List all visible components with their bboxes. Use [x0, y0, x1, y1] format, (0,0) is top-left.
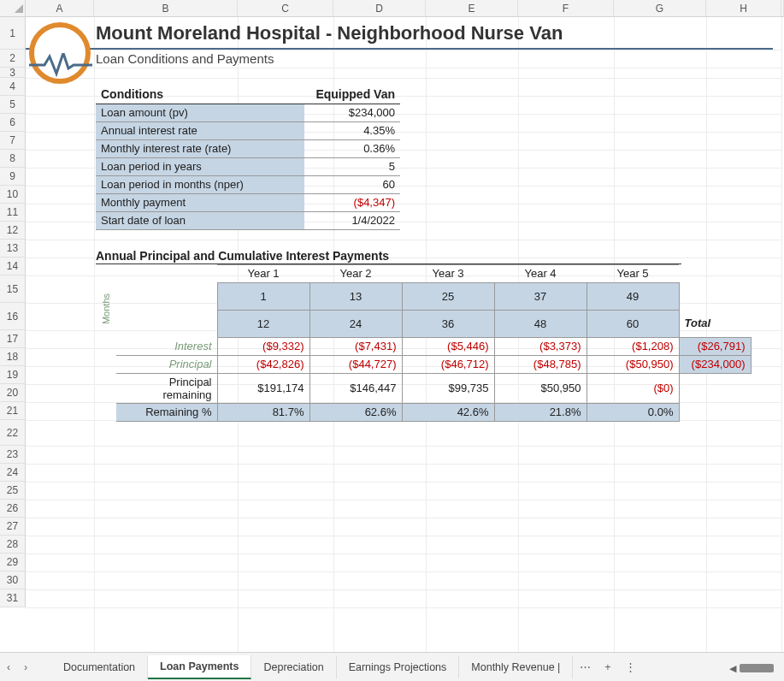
select-all-corner[interactable]: [0, 0, 26, 16]
row-header-22[interactable]: 22: [0, 420, 25, 446]
annual-data-cell[interactable]: $146,447: [309, 373, 402, 403]
annual-total-cell[interactable]: ($26,791): [679, 337, 751, 355]
row-header-15[interactable]: 15: [0, 275, 25, 303]
annual-data-cell[interactable]: ($46,712): [402, 355, 494, 373]
row-header-20[interactable]: 20: [0, 384, 25, 402]
row-header-12[interactable]: 12: [0, 222, 25, 240]
condition-value[interactable]: 4.35%: [304, 121, 400, 139]
row-header-19[interactable]: 19: [0, 366, 25, 384]
annual-data-cell[interactable]: $191,174: [217, 373, 309, 403]
sheet-tab[interactable]: Depreciation: [251, 656, 336, 678]
row-header-21[interactable]: 21: [0, 402, 25, 420]
annual-data-cell[interactable]: ($0): [587, 373, 679, 403]
year-header[interactable]: Year 3: [402, 264, 494, 282]
row-header-8[interactable]: 8: [0, 150, 25, 168]
annual-data-cell[interactable]: 21.8%: [494, 403, 587, 421]
month-cell[interactable]: 12: [217, 310, 309, 337]
row-header-31[interactable]: 31: [0, 589, 25, 607]
month-cell[interactable]: 49: [587, 282, 679, 310]
month-cell[interactable]: 25: [402, 282, 494, 310]
row-header-13[interactable]: 13: [0, 240, 25, 258]
month-cell[interactable]: 1: [217, 282, 309, 310]
col-header-C[interactable]: C: [238, 0, 333, 16]
row-header-5[interactable]: 5: [0, 96, 25, 114]
row-header-28[interactable]: 28: [0, 536, 25, 554]
annual-data-cell[interactable]: $50,950: [494, 373, 587, 403]
tabs-overflow-icon[interactable]: ⋯: [573, 660, 598, 673]
scroll-left-icon[interactable]: ◀: [729, 663, 736, 674]
month-cell[interactable]: 24: [309, 310, 402, 337]
col-header-B[interactable]: B: [94, 0, 238, 16]
year-header[interactable]: Year 5: [587, 264, 679, 282]
horizontal-scrollbar[interactable]: ◀: [729, 662, 779, 674]
row-header-17[interactable]: 17: [0, 330, 25, 348]
month-cell[interactable]: 60: [587, 310, 679, 337]
annual-data-cell[interactable]: ($44,727): [309, 355, 402, 373]
row-header-14[interactable]: 14: [0, 258, 25, 275]
condition-label[interactable]: Monthly interest rate (rate): [96, 139, 304, 157]
row-header-30[interactable]: 30: [0, 571, 25, 589]
annual-data-cell[interactable]: $99,735: [402, 373, 494, 403]
month-cell[interactable]: 13: [309, 282, 402, 310]
row-header-25[interactable]: 25: [0, 482, 25, 500]
col-header-E[interactable]: E: [426, 0, 518, 16]
annual-data-cell[interactable]: 0.0%: [587, 403, 679, 421]
row-header-26[interactable]: 26: [0, 500, 25, 518]
month-cell[interactable]: 48: [494, 310, 587, 337]
condition-label[interactable]: Monthly payment: [96, 193, 304, 211]
annual-row-label[interactable]: Principal: [116, 355, 217, 373]
annual-data-cell[interactable]: ($48,785): [494, 355, 587, 373]
row-header-29[interactable]: 29: [0, 554, 25, 571]
condition-value[interactable]: 0.36%: [304, 139, 400, 157]
annual-data-cell[interactable]: ($9,332): [217, 337, 309, 355]
year-header[interactable]: Year 4: [494, 264, 587, 282]
year-header[interactable]: Year 2: [309, 264, 402, 282]
col-header-G[interactable]: G: [614, 0, 706, 16]
row-header-23[interactable]: 23: [0, 446, 25, 464]
sheet-tab[interactable]: Monthly Revenue |: [459, 656, 573, 678]
tab-prev-icon[interactable]: ‹: [0, 661, 17, 673]
month-cell[interactable]: 37: [494, 282, 587, 310]
annual-data-cell[interactable]: ($42,826): [217, 355, 309, 373]
tab-next-icon[interactable]: ›: [17, 661, 34, 673]
spreadsheet-grid[interactable]: ABCDEFGH 1234567891011121314151617181920…: [0, 0, 784, 652]
condition-value[interactable]: 60: [304, 175, 400, 193]
annual-data-cell[interactable]: ($3,373): [494, 337, 587, 355]
sheet-tab[interactable]: Documentation: [51, 656, 148, 678]
condition-label[interactable]: Loan period in months (nper): [96, 175, 304, 193]
scrollbar-thumb[interactable]: [740, 664, 774, 672]
annual-data-cell[interactable]: ($7,431): [309, 337, 402, 355]
row-header-10[interactable]: 10: [0, 186, 25, 204]
month-cell[interactable]: 36: [402, 310, 494, 337]
col-header-A[interactable]: A: [26, 0, 94, 16]
condition-label[interactable]: Start date of loan: [96, 211, 304, 229]
annual-row-label[interactable]: Remaining %: [116, 403, 217, 421]
row-header-2[interactable]: 2: [0, 50, 25, 68]
row-header-3[interactable]: 3: [0, 68, 25, 78]
condition-value[interactable]: $234,000: [304, 104, 400, 121]
annual-data-cell[interactable]: ($50,950): [587, 355, 679, 373]
condition-value[interactable]: 1/4/2022: [304, 211, 400, 229]
row-header-6[interactable]: 6: [0, 114, 25, 132]
row-header-7[interactable]: 7: [0, 132, 25, 150]
col-header-F[interactable]: F: [518, 0, 614, 16]
new-sheet-icon[interactable]: +: [598, 661, 617, 673]
sheet-tab[interactable]: Earnings Projections: [337, 656, 460, 678]
col-header-H[interactable]: H: [706, 0, 781, 16]
condition-label[interactable]: Loan amount (pv): [96, 104, 304, 121]
annual-row-label[interactable]: Interest: [116, 337, 217, 355]
annual-data-cell[interactable]: 81.7%: [217, 403, 309, 421]
col-header-D[interactable]: D: [333, 0, 426, 16]
row-header-9[interactable]: 9: [0, 168, 25, 186]
sheet-tab[interactable]: Loan Payments: [148, 655, 251, 679]
annual-data-cell[interactable]: ($5,446): [402, 337, 494, 355]
year-header[interactable]: Year 1: [217, 264, 309, 282]
row-header-18[interactable]: 18: [0, 348, 25, 366]
condition-value[interactable]: ($4,347): [304, 193, 400, 211]
row-header-16[interactable]: 16: [0, 303, 25, 330]
row-header-24[interactable]: 24: [0, 464, 25, 482]
condition-value[interactable]: 5: [304, 157, 400, 175]
annual-data-cell[interactable]: 42.6%: [402, 403, 494, 421]
row-header-4[interactable]: 4: [0, 78, 25, 96]
row-header-1[interactable]: 1: [0, 17, 25, 50]
